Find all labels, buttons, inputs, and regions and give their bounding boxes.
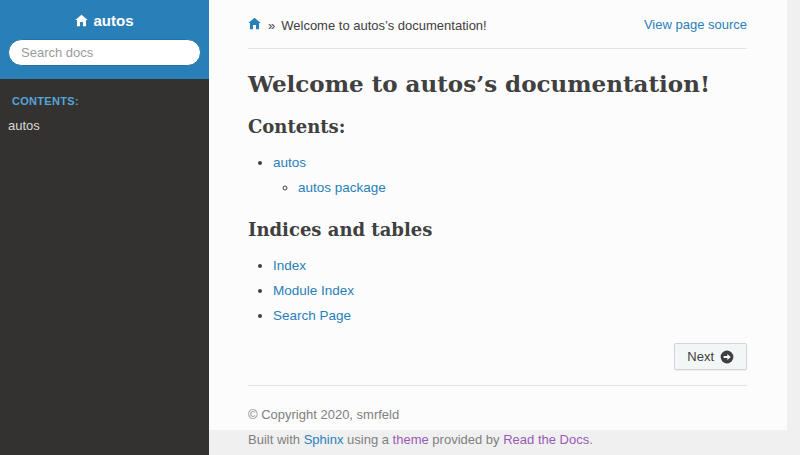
- copyright-text: © Copyright 2020, smrfeld: [248, 407, 747, 422]
- page-title: Welcome to autos’s documentation!: [248, 70, 747, 97]
- theme-link[interactable]: theme: [393, 432, 429, 447]
- home-icon: [248, 17, 261, 33]
- sidebar-caption: CONTENTS:: [0, 79, 209, 113]
- next-button-label: Next: [687, 349, 714, 364]
- breadcrumb: » Welcome to autos’s documentation! View…: [248, 17, 747, 33]
- search-page-link[interactable]: Search Page: [273, 308, 351, 323]
- breadcrumb-separator: »: [268, 18, 275, 33]
- toc-list: autos autos package: [248, 152, 747, 200]
- toc-link-autos[interactable]: autos: [273, 155, 306, 170]
- footer-navigation: Next: [248, 343, 747, 370]
- indices-heading: Indices and tables: [248, 219, 747, 240]
- sidebar: autos CONTENTS: autos: [0, 0, 209, 455]
- indices-list: Index Module Index Search Page: [248, 255, 747, 328]
- using-text: using a: [347, 432, 389, 447]
- period-text: .: [589, 432, 593, 447]
- sidebar-menu: autos: [0, 113, 209, 138]
- view-page-source-link[interactable]: View page source: [644, 17, 747, 32]
- arrow-circle-right-icon: [720, 350, 734, 364]
- sphinx-link[interactable]: Sphinx: [304, 432, 344, 447]
- page-footer: © Copyright 2020, smrfeld Built with Sph…: [248, 407, 747, 447]
- home-icon: [75, 13, 88, 30]
- sidebar-item-autos-link[interactable]: autos: [0, 113, 209, 138]
- sidebar-project-name: autos: [93, 12, 133, 29]
- breadcrumb-home-link[interactable]: [248, 17, 261, 33]
- sidebar-project-link[interactable]: autos: [8, 8, 201, 39]
- search-input[interactable]: [8, 39, 201, 66]
- next-button[interactable]: Next: [674, 343, 747, 370]
- list-item: autos package: [298, 177, 747, 199]
- list-item: Module Index: [273, 280, 747, 302]
- index-link[interactable]: Index: [273, 258, 306, 273]
- list-item: Search Page: [273, 305, 747, 327]
- content-area: » Welcome to autos’s documentation! View…: [209, 0, 787, 430]
- toc-link-autos-package[interactable]: autos package: [298, 180, 386, 195]
- sidebar-item-autos[interactable]: autos: [0, 113, 209, 138]
- module-index-link[interactable]: Module Index: [273, 283, 354, 298]
- provided-text: provided by: [432, 432, 499, 447]
- contents-heading: Contents:: [248, 116, 747, 137]
- footer-divider: [248, 385, 747, 386]
- breadcrumb-current-page: Welcome to autos’s documentation!: [281, 18, 486, 33]
- list-item: autos autos package: [273, 152, 747, 200]
- breadcrumb-divider: [248, 48, 747, 49]
- read-the-docs-link[interactable]: Read the Docs: [503, 432, 589, 447]
- list-item: Index: [273, 255, 747, 277]
- built-with-text: Built with Sphinx using a theme provided…: [248, 432, 747, 447]
- built-prefix: Built with: [248, 432, 300, 447]
- sidebar-header: autos: [0, 0, 209, 79]
